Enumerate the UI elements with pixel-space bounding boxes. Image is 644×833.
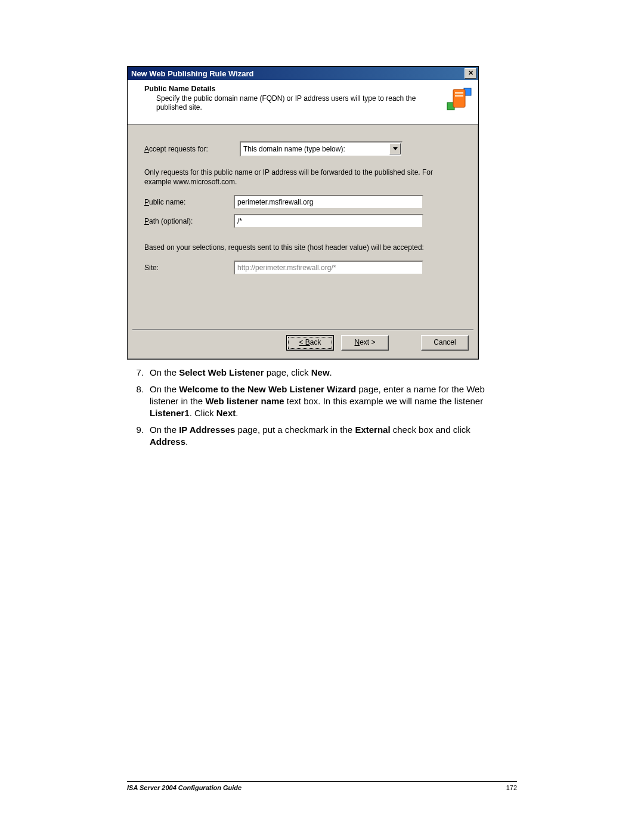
list-item: 9. On the IP Addresses page, put a check…: [127, 424, 509, 448]
instruction-list: 7. On the Select Web Listener page, clic…: [127, 367, 509, 453]
titlebar-text: New Web Publishing Rule Wizard: [131, 69, 254, 78]
separator: [132, 329, 473, 330]
wizard-dialog: New Web Publishing Rule Wizard ✕ Public …: [127, 66, 479, 360]
button-row: < Back Next > Cancel: [286, 335, 469, 351]
site-input: http://perimeter.msfirewall.org/*: [234, 261, 423, 275]
header-subhead: Specify the public domain name (FQDN) or…: [144, 93, 478, 112]
chevron-down-icon[interactable]: [389, 143, 401, 154]
site-label: Site:: [144, 264, 234, 272]
page-footer: ISA Server 2004 Configuration Guide 172: [127, 781, 517, 791]
svg-rect-3: [455, 92, 463, 94]
accept-value: This domain name (type below):: [243, 145, 345, 153]
accept-dropdown[interactable]: This domain name (type below):: [240, 141, 402, 157]
public-name-input[interactable]: perimeter.msfirewall.org: [234, 195, 423, 209]
body-pane: Accept requests for: This domain name (t…: [128, 125, 478, 275]
header-heading: Public Name Details: [144, 85, 478, 93]
page-number: 172: [506, 784, 517, 791]
only-note: Only requests for this public name or IP…: [144, 168, 462, 187]
list-item: 7. On the Select Web Listener page, clic…: [127, 367, 509, 379]
path-input[interactable]: /*: [234, 214, 423, 228]
based-note: Based on your selections, requests sent …: [144, 243, 462, 252]
back-button[interactable]: < Back: [286, 335, 334, 351]
footer-title: ISA Server 2004 Configuration Guide: [127, 784, 242, 791]
list-item: 8. On the Welcome to the New Web Listene…: [127, 383, 509, 419]
accept-label: Accept requests for:: [144, 145, 234, 153]
svg-rect-4: [455, 95, 463, 97]
header-pane: Public Name Details Specify the public d…: [128, 80, 478, 125]
server-icon: [446, 86, 472, 112]
cancel-button[interactable]: Cancel: [421, 335, 469, 351]
public-name-label: Public name:: [144, 198, 234, 206]
path-label: Path (optional):: [144, 217, 234, 225]
titlebar: New Web Publishing Rule Wizard ✕: [128, 67, 478, 80]
close-icon[interactable]: ✕: [465, 68, 476, 79]
next-button[interactable]: Next >: [341, 335, 389, 351]
